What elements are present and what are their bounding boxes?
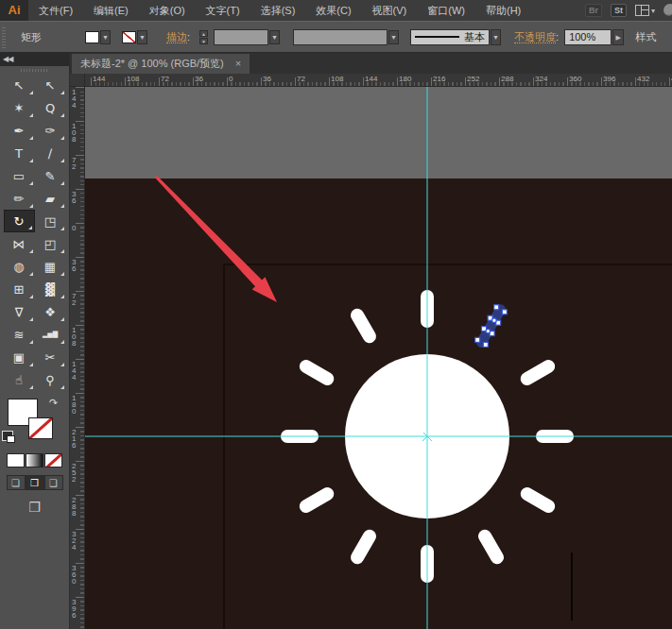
opacity-input[interactable]: 100% [564, 29, 612, 45]
menu-view[interactable]: 视图(V) [362, 0, 418, 21]
menu-file[interactable]: 文件(F) [28, 0, 83, 21]
rotate-tool[interactable]: ↻ [4, 210, 35, 232]
eraser-icon: ▰ [45, 193, 55, 205]
vertical-ruler[interactable]: 1 4 41 0 87 23 603 67 21 0 81 4 41 8 02 … [70, 87, 85, 629]
screen-mode-button[interactable]: ❒ [0, 500, 69, 515]
magic-wand-icon: ✶ [14, 102, 25, 114]
artwork-canvas[interactable] [85, 87, 672, 629]
curvature-pen-tool[interactable]: ✑ [35, 119, 66, 142]
stock-button[interactable]: St [611, 4, 627, 17]
shape-builder-tool[interactable]: ◍ [4, 255, 35, 278]
brush-definition-field[interactable]: 基本 [410, 29, 490, 45]
stroke-panel-link[interactable]: 描边 [166, 31, 187, 43]
width-icon: ⋈ [13, 238, 26, 250]
swap-fill-stroke-icon[interactable]: ↷ [49, 397, 58, 409]
anchor-point[interactable] [475, 337, 480, 342]
horizontal-ruler[interactable]: 1441087236036721081441802162522883243603… [85, 74, 672, 87]
free-transform-tool[interactable]: ◰ [35, 232, 66, 255]
pencil-tool[interactable]: ✏ [4, 187, 35, 210]
pen-tool[interactable]: ✒ [4, 119, 35, 142]
anchor-point[interactable] [502, 310, 507, 314]
artboard-tool[interactable]: ▣ [4, 346, 35, 368]
opacity-panel-link[interactable]: 不透明度 [514, 31, 556, 43]
menu-edit[interactable]: 编辑(E) [83, 0, 139, 21]
color-button[interactable] [7, 453, 25, 468]
width-profile-dropdown-button[interactable]: ▼ [388, 30, 399, 44]
selection-tool[interactable]: ↖ [4, 74, 35, 96]
collapse-panel-button[interactable]: ◀◀ [0, 53, 69, 66]
none-button[interactable] [44, 453, 62, 468]
eyedropper-tool[interactable]: ∇ [4, 300, 35, 323]
mesh-tool[interactable]: ⊞ [4, 278, 35, 300]
brush-dropdown-button[interactable]: ▼ [491, 29, 501, 45]
stroke-swatch-none[interactable] [28, 417, 53, 439]
stroke-weight-dropdown-button[interactable]: ▼ [269, 30, 280, 44]
fill-dropdown-button[interactable]: ▼ [100, 30, 111, 44]
pasteboard[interactable] [85, 87, 672, 178]
menu-help[interactable]: 帮助(H) [475, 0, 531, 21]
ruler-tick-label: 108 [127, 75, 139, 83]
menu-window[interactable]: 窗口(W) [417, 0, 475, 21]
document-area: 未标题-2* @ 100% (RGB/预览) × 144108723603672… [70, 53, 672, 629]
brush-stroke-preview [415, 36, 459, 38]
gradient-tool[interactable]: ▓ [35, 278, 66, 300]
stepper-down-icon[interactable]: ▼ [199, 38, 208, 44]
stroke-dropdown-button[interactable]: ▼ [137, 30, 147, 44]
lasso-icon: Q [45, 102, 55, 114]
document-tab[interactable]: 未标题-2* @ 100% (RGB/预览) × [72, 54, 250, 74]
menu-type[interactable]: 文字(T) [196, 0, 250, 21]
draw-normal-button[interactable]: ❏ [7, 475, 26, 490]
ruler-tick-label: 396 [603, 75, 615, 83]
ruler-tick-label: 36 [195, 75, 203, 83]
paint-style-buttons [0, 453, 69, 468]
magic-wand-tool[interactable]: ✶ [4, 96, 35, 119]
menu-select[interactable]: 选择(S) [250, 0, 306, 21]
stroke-color-swatch[interactable] [122, 31, 136, 43]
hand-tool[interactable]: ☝ [4, 368, 35, 391]
stroke-weight-field[interactable] [214, 29, 268, 45]
draw-inside-button[interactable]: ❑ [44, 475, 63, 490]
column-graph-tool[interactable]: ▂▅▇ [35, 323, 66, 346]
flyout-indicator [60, 340, 64, 344]
width-profile-field[interactable] [293, 29, 388, 45]
gradient-button[interactable] [26, 453, 43, 468]
perspective-grid-tool[interactable]: ▦ [35, 255, 66, 278]
eraser-tool[interactable]: ▰ [35, 187, 66, 210]
direct-selection-tool[interactable]: ↖ [35, 74, 66, 96]
slice-tool[interactable]: ✂ [35, 346, 66, 368]
panel-grip[interactable] [1, 26, 8, 48]
rotate-icon: ↻ [14, 215, 25, 228]
anchor-point[interactable] [483, 342, 488, 347]
stepper-up-icon[interactable]: ▲ [199, 30, 208, 37]
anchor-center-point[interactable] [486, 329, 491, 333]
ruler-tick-label: 288 [501, 75, 513, 83]
rectangle-tool[interactable]: ▭ [4, 164, 35, 187]
anchor-point[interactable] [494, 305, 499, 310]
symbol-sprayer-tool[interactable]: ≋ [4, 323, 35, 346]
style-label: 样式 [635, 30, 656, 44]
default-fill-stroke-icon[interactable] [2, 431, 13, 441]
line-segment-tool[interactable]: ∕ [35, 142, 66, 164]
anchor-center-point[interactable] [492, 318, 497, 323]
menu-effect[interactable]: 效果(C) [305, 0, 361, 21]
draw-behind-button[interactable]: ❐ [26, 475, 44, 490]
scale-tool[interactable]: ◳ [35, 210, 66, 232]
ruler-tick-label: 2 5 2 [72, 463, 76, 483]
opacity-advanced-button[interactable]: ▶ [612, 29, 624, 45]
menu-object[interactable]: 对象(O) [139, 0, 196, 21]
width-tool[interactable]: ⋈ [4, 232, 35, 255]
workspace-switcher[interactable]: ▾ [635, 5, 655, 16]
zoom-tool[interactable]: ⚲ [35, 368, 66, 391]
paintbrush-tool[interactable]: ✎ [35, 164, 66, 187]
lasso-tool[interactable]: Q [35, 96, 66, 119]
paintbrush-icon: ✎ [45, 170, 56, 182]
bridge-button[interactable]: Br [585, 4, 602, 17]
tools-panel-grip[interactable] [0, 66, 69, 74]
blend-tool[interactable]: ❖ [35, 300, 66, 323]
stroke-weight-stepper[interactable]: ▲ ▼ [199, 30, 208, 44]
close-icon[interactable]: × [235, 59, 241, 69]
flyout-indicator [28, 226, 32, 230]
ruler-origin-corner[interactable] [70, 74, 85, 87]
fill-color-swatch[interactable] [85, 31, 99, 43]
type-tool[interactable]: T [4, 142, 35, 164]
